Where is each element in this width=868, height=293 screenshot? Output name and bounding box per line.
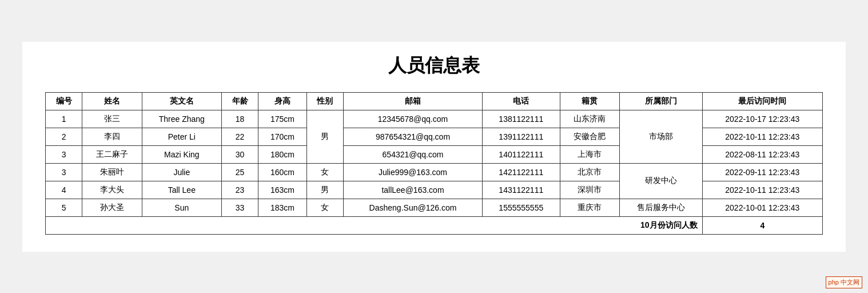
cell-age: 22 — [221, 128, 258, 145]
cell-phone: 1381122111 — [482, 110, 560, 128]
col-header-email: 邮箱 — [344, 92, 483, 110]
table-row: 3 王二麻子 Mazi King 30 180cm 654321@qq.com … — [46, 145, 823, 163]
cell-ename: Mazi King — [142, 145, 221, 163]
cell-phone: 1555555555 — [482, 199, 560, 216]
cell-ename: Peter Li — [142, 128, 221, 145]
col-header-age: 年龄 — [221, 92, 258, 110]
cell-height: 160cm — [258, 163, 306, 181]
table-row: 4 李大头 Tall Lee 23 163cm 男 tallLee@163.co… — [46, 181, 823, 199]
cell-gender: 女 — [306, 163, 343, 181]
cell-height: 175cm — [258, 110, 306, 128]
cell-ename: Sun — [142, 199, 221, 216]
footer-count: 4 — [702, 216, 822, 234]
footer-row: 10月份访问人数 4 — [46, 216, 823, 234]
cell-height: 180cm — [258, 145, 306, 163]
cell-id: 4 — [46, 181, 82, 199]
cell-lastvisit: 2022-10-17 12:23:43 — [702, 110, 822, 128]
cell-age: 25 — [221, 163, 258, 181]
cell-id: 1 — [46, 110, 82, 128]
cell-email: 654321@qq.com — [344, 145, 483, 163]
col-header-lastvisit: 最后访问时间 — [702, 92, 822, 110]
cell-id: 2 — [46, 128, 82, 145]
table-header-row: 编号 姓名 英文名 年龄 身高 性别 邮箱 电话 籍贯 所属部门 最后访问时间 — [46, 92, 823, 110]
cell-gender: 男 — [306, 110, 343, 163]
cell-age: 33 — [221, 199, 258, 216]
cell-lastvisit: 2022-08-11 12:23:43 — [702, 145, 822, 163]
cell-dept: 售后服务中心 — [620, 199, 703, 216]
col-header-height: 身高 — [258, 92, 306, 110]
cell-lastvisit: 2022-09-11 12:23:43 — [702, 163, 822, 181]
footer-label: 10月份访问人数 — [46, 216, 703, 234]
cell-age: 23 — [221, 181, 258, 199]
cell-lastvisit: 2022-10-11 12:23:43 — [702, 181, 822, 199]
cell-age: 30 — [221, 145, 258, 163]
table-row: 3 朱丽叶 Julie 25 160cm 女 Julie999@163.com … — [46, 163, 823, 181]
cell-id: 3 — [46, 163, 82, 181]
cell-ename: Three Zhang — [142, 110, 221, 128]
watermark: php 中文网 — [826, 276, 862, 288]
col-header-gender: 性别 — [306, 92, 343, 110]
cell-phone: 1401122111 — [482, 145, 560, 163]
cell-ename: Julie — [142, 163, 221, 181]
col-header-ename: 英文名 — [142, 92, 221, 110]
cell-name: 孙大圣 — [82, 199, 142, 216]
cell-hometown: 山东济南 — [560, 110, 619, 128]
table-row: 1 张三 Three Zhang 18 175cm 男 12345678@qq.… — [46, 110, 823, 128]
cell-ename: Tall Lee — [142, 181, 221, 199]
page-title: 人员信息表 — [45, 53, 823, 78]
cell-email: 12345678@qq.com — [344, 110, 483, 128]
table-row: 2 李四 Peter Li 22 170cm 987654321@qq.com … — [46, 128, 823, 145]
col-header-name: 姓名 — [82, 92, 142, 110]
col-header-phone: 电话 — [482, 92, 560, 110]
cell-name: 王二麻子 — [82, 145, 142, 163]
cell-email: Dasheng.Sun@126.com — [344, 199, 483, 216]
cell-hometown: 安徽合肥 — [560, 128, 619, 145]
page-container: 人员信息表 编号 姓名 英文名 年龄 身高 性别 邮箱 电话 籍贯 所属部门 最… — [22, 42, 846, 252]
cell-phone: 1431122111 — [482, 181, 560, 199]
col-header-dept: 所属部门 — [620, 92, 703, 110]
cell-email: tallLee@163.com — [344, 181, 483, 199]
cell-lastvisit: 2022-10-01 12:23:43 — [702, 199, 822, 216]
cell-height: 163cm — [258, 181, 306, 199]
cell-name: 张三 — [82, 110, 142, 128]
cell-height: 170cm — [258, 128, 306, 145]
cell-id: 5 — [46, 199, 82, 216]
cell-hometown: 深圳市 — [560, 181, 619, 199]
cell-dept: 研发中心 — [620, 163, 703, 199]
cell-gender: 男 — [306, 181, 343, 199]
cell-name: 朱丽叶 — [82, 163, 142, 181]
cell-email: Julie999@163.com — [344, 163, 483, 181]
col-header-id: 编号 — [46, 92, 82, 110]
cell-phone: 1391122111 — [482, 128, 560, 145]
table-row: 5 孙大圣 Sun 33 183cm 女 Dasheng.Sun@126.com… — [46, 199, 823, 216]
cell-email: 987654321@qq.com — [344, 128, 483, 145]
cell-id: 3 — [46, 145, 82, 163]
cell-dept: 市场部 — [620, 110, 703, 163]
col-header-hometown: 籍贯 — [560, 92, 619, 110]
cell-name: 李四 — [82, 128, 142, 145]
cell-lastvisit: 2022-10-11 12:23:43 — [702, 128, 822, 145]
info-table: 编号 姓名 英文名 年龄 身高 性别 邮箱 电话 籍贯 所属部门 最后访问时间 … — [45, 92, 823, 235]
cell-height: 183cm — [258, 199, 306, 216]
cell-age: 18 — [221, 110, 258, 128]
cell-hometown: 上海市 — [560, 145, 619, 163]
cell-gender: 女 — [306, 199, 343, 216]
cell-name: 李大头 — [82, 181, 142, 199]
cell-hometown: 重庆市 — [560, 199, 619, 216]
cell-phone: 1421122111 — [482, 163, 560, 181]
cell-hometown: 北京市 — [560, 163, 619, 181]
